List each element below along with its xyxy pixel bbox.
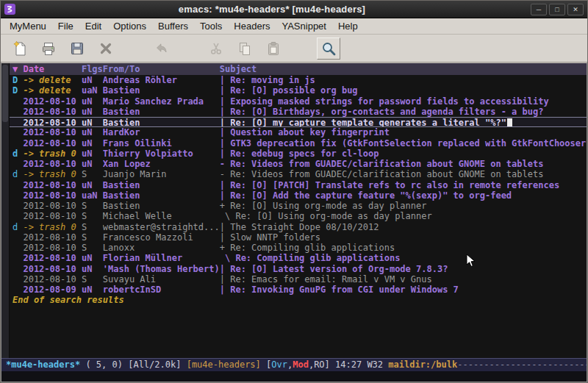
close-button[interactable]: ✕ [567,4,584,15]
flags-cell: uaN [82,85,103,96]
modeline-segment: Mod [293,359,309,371]
message-row[interactable]: 2012-08-10 uN Bastien | Re: [O] Birthday… [10,107,587,117]
date-cell: 2012-08-10 [23,180,81,190]
scrollbar[interactable] [1,63,10,358]
subject-cell: - Re: Videos from GUADEC/clarification a… [220,169,587,179]
end-of-results: End of search results [10,295,587,306]
mark-char [12,127,23,137]
echo-area[interactable] [1,371,587,382]
print-icon [40,40,57,57]
new-file-icon [12,40,28,57]
toolbar-copy-button[interactable] [233,37,257,60]
menu-mymenu[interactable]: MyMenu [4,19,52,33]
paste-icon [265,40,282,57]
date-cell: 2012-08-10 [23,253,81,263]
message-row[interactable]: d -> trash 0 S webmaster@straightd... | … [10,222,587,232]
subject-cell: + Re: [O] Using org-mode as day planner [220,201,587,211]
message-row[interactable]: d -> trash 0 uN Thierry Volpiatto | Re: … [10,148,587,159]
message-row[interactable]: 2012-08-10 uN 'Mash (Thomas Herbert) | R… [10,264,587,274]
date-cell: 2012-08-09 [23,284,81,295]
date-cell: 2012-08-10 [23,264,81,274]
toolbar-paste-button[interactable] [262,37,285,60]
message-row[interactable]: 2012-08-10 S Suvayu Ali | Re: Emacs for … [10,274,587,284]
column-header-flags[interactable]: Flgs [82,63,103,75]
buffer-empty-space [10,306,587,358]
message-row[interactable]: 2012-08-10 S Francesco Mazzoli | Slow NN… [10,232,587,243]
message-row[interactable]: 2012-08-10 uaN Bastien | Re: [O] Add the… [10,190,587,201]
toolbar-save-button[interactable] [65,37,89,60]
message-row[interactable]: 2012-08-10 uN Bastien | Re: [O] [PATCH] … [10,180,587,190]
date-cell: -> delete [23,75,81,85]
from-cell: Bastien [103,107,220,117]
scrollbar-thumb[interactable] [2,65,8,122]
date-cell: -> trash 0 [23,222,81,232]
mark-char [12,96,23,107]
mark-char: d [12,169,23,179]
menu-headers[interactable]: Headers [228,19,276,33]
message-row[interactable]: 2012-08-10 S Bastien + Re: [O] Using org… [10,201,587,211]
message-row[interactable]: 2012-08-10 uN Mario Sanchez Prada | Expo… [10,96,587,107]
subject-cell: + Re: Compiling glib applications [220,243,587,253]
header-line: ▼ Date Flgs From/To Subject [10,63,587,75]
modeline-segment: maildir:/bulk [388,359,457,371]
toolbar-undo-button[interactable] [149,37,173,60]
message-row[interactable]: 2012-08-10 S Michael Welle \ Re: [O] Usi… [10,211,587,221]
date-cell: -> trash 0 [23,169,81,179]
message-row[interactable]: 2012-08-10 uN Xan Lopez - Re: Videos fro… [10,159,587,169]
menu-buffers[interactable]: Buffers [152,19,194,33]
maximize-button[interactable]: □ [549,4,565,15]
flags-cell: uaN [82,190,103,201]
message-row[interactable]: D -> delete uN Andreas Röhler | Re: movi… [10,75,587,85]
menu-tools[interactable]: Tools [194,19,228,33]
flags-cell: uN [82,264,103,274]
message-row[interactable]: 2012-08-10 uN Frans Oilinki | GTK3 depre… [10,138,587,148]
message-list: D -> delete uN Andreas Röhler | Re: movi… [10,75,587,295]
flags-cell: uN [82,75,103,85]
from-cell: Xan Lopez [103,159,220,169]
from-cell: Bastien [103,180,220,190]
menu-edit[interactable]: Edit [79,19,107,33]
date-cell: 2012-08-10 [23,211,81,221]
flags-cell: uN [82,138,103,148]
from-cell: Florian Müllner [103,253,220,263]
toolbar-close-buffer-button[interactable] [94,37,118,60]
tool-bar [1,35,587,62]
from-cell: Andreas Röhler [103,75,220,85]
column-header-date[interactable]: ▼ Date [12,63,82,75]
column-header-from[interactable]: From/To [103,63,220,75]
toolbar-cut-button[interactable] [204,37,228,60]
toolbar-search-button[interactable] [317,37,340,60]
mode-line[interactable]: *mu4e-headers* ( 5, 0) [All/2.0k] [mu4e-… [1,358,587,371]
toolbar-print-button[interactable] [37,37,60,60]
subject-cell: | Exposing masked strings for password f… [220,96,587,107]
mark-char [12,107,23,117]
mark-char [12,264,23,274]
menu-options[interactable]: Options [107,19,152,33]
title-bar[interactable]: emacs: *mu4e-headers* [mu4e-headers] ─ □… [1,1,587,18]
subject-cell: | Re: [O] possible org bug [220,85,587,96]
emacs-frame: ▼ Date Flgs From/To Subject D -> delete … [1,62,587,382]
toolbar-new-file-button[interactable] [8,37,32,60]
modeline-segment: ( 5, 0) [80,359,128,371]
message-row[interactable]: 2012-08-09 uN robertcInSD | Re: Invoking… [10,284,587,295]
flags-cell: uN [82,180,103,190]
message-row[interactable]: D -> delete uaN Bastien | Re: [O] possib… [10,85,587,96]
menu-file[interactable]: File [52,19,79,33]
flags-cell: S [82,201,103,211]
flags-cell: S [82,222,103,232]
column-header-subject[interactable]: Subject [220,63,587,75]
modeline-segment: [All/2.0k] [128,359,181,371]
from-cell: Bastien [103,118,220,126]
mark-char [12,211,23,221]
message-row[interactable]: 2012-08-10 S Lanoxx + Re: Compiling glib… [10,243,587,253]
message-row[interactable]: d -> trash 0 S Juanjo Marin - Re: Videos… [10,169,587,179]
minimize-button[interactable]: ─ [531,4,547,15]
message-row[interactable]: 2012-08-10 uN Florian Müllner \ Re: Comp… [10,253,587,263]
mark-char [12,201,23,211]
flags-cell: S [82,232,103,243]
menu-yasnippet[interactable]: YASnippet [276,19,331,33]
menu-help[interactable]: Help [332,19,364,33]
flags-cell: S [82,169,103,179]
message-row[interactable]: 2012-08-10 uN Bastien | Re: [O] my captu… [10,117,587,127]
message-row[interactable]: 2012-08-10 uN HardKor | Question about k… [10,127,587,137]
